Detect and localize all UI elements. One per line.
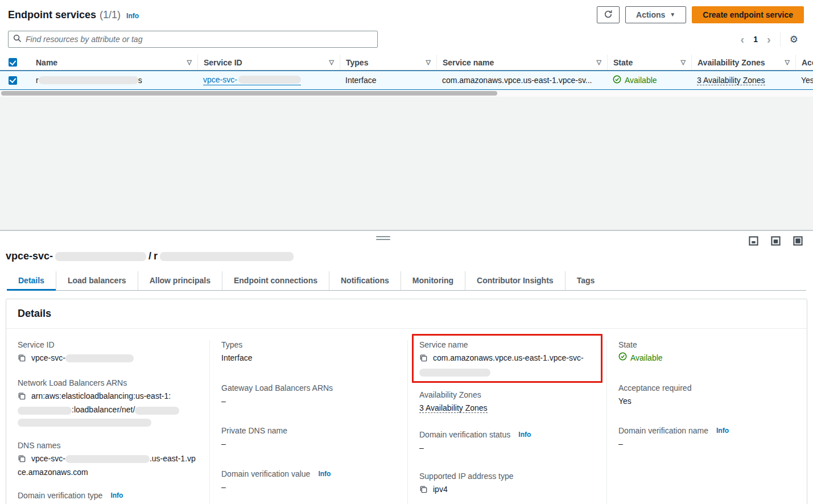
filter-icon[interactable]: ▽ [785,59,790,66]
redacted-text [65,455,150,463]
tab-contributor-insights[interactable]: Contributor Insights [465,271,565,290]
state-badge: Available [618,352,663,365]
field-label: Service name [419,340,468,349]
field-supported-ip: Supported IP address type ipv4 [419,472,595,498]
redacted-text [238,76,301,84]
create-endpoint-service-button[interactable]: Create endpoint service [692,6,804,23]
column-header-state[interactable]: State [613,58,633,67]
row-name-suffix: s [138,76,142,85]
panel-title-prefix: vpce-svc- [6,250,53,262]
service-name-value-prefix: com.amazonaws.vpce.us-east-1.vpce-svc- [433,353,584,362]
tab-endpoint-connections[interactable]: Endpoint connections [222,271,329,290]
supported-ip-value: ipv4 [433,485,448,494]
column-header-service-name[interactable]: Service name [443,58,494,67]
pagination-prev-icon[interactable]: ‹ [741,34,745,45]
filter-icon[interactable]: ▽ [597,59,601,66]
resource-count: (1/1) [100,9,121,21]
horizontal-scrollbar[interactable] [0,90,813,97]
search-input[interactable] [26,35,373,44]
service-name-highlight-annotation: Service name com.amazonaws.vpce.us-east-… [412,334,602,383]
check-circle-icon [618,352,627,365]
tab-tags[interactable]: Tags [565,271,606,290]
row-service-id-link[interactable]: vpce-svc- [203,75,301,85]
panel-size-small-icon[interactable] [747,234,760,247]
copy-icon[interactable] [18,455,26,467]
row-availability-zones-trigger[interactable]: 3 Availability Zones [697,76,765,85]
filter-icon[interactable]: ▽ [681,59,686,66]
field-nlb-arns: Network Load Balancers ARNs arn:aws:elas… [18,378,198,429]
field-service-name: Service name com.amazonaws.vpce.us-east-… [419,340,595,377]
filter-icon[interactable]: ▽ [329,59,334,66]
column-header-types[interactable]: Types [346,58,368,67]
panel-size-large-icon[interactable] [791,234,804,247]
tab-load-balancers[interactable]: Load balancers [56,271,138,290]
private-dns-name-value: – [221,438,396,451]
pagination-page-number[interactable]: 1 [753,35,758,44]
copy-icon[interactable] [419,485,428,498]
copy-icon[interactable] [18,354,26,366]
row-name-prefix: r [36,76,39,85]
redacted-text [18,407,72,415]
pagination-next-icon[interactable]: › [767,34,771,45]
details-column-2: Types Interface Gateway Load Balancers A… [209,340,407,504]
panel-tabs: Details Load balancers Allow principals … [7,271,806,291]
tab-details[interactable]: Details [7,271,56,290]
field-label: Types [221,340,242,349]
column-header-service-id[interactable]: Service ID [204,58,242,67]
panel-title: vpce-svc- / r [6,250,806,262]
row-state-badge: Available [613,75,657,85]
info-link[interactable]: Info [110,491,123,499]
tab-notifications[interactable]: Notifications [329,271,401,290]
field-types: Types Interface [221,340,396,365]
actions-button[interactable]: Actions ▼ [625,6,686,23]
page-title-group: Endpoint services (1/1) Info [8,9,139,21]
details-column-4: State Available Acceptance required Yes [606,340,807,504]
refresh-icon [604,10,613,20]
glb-arns-value: – [221,395,396,408]
column-header-name[interactable]: Name [36,58,57,67]
info-link[interactable]: Info [318,470,331,478]
actions-button-label: Actions [636,10,665,19]
column-header-acceptance-required[interactable]: Acceptance required [802,58,813,67]
select-all-checkbox[interactable] [9,58,17,67]
table-header-row: Name ▽ Service ID ▽ Types ▽ Service name… [0,55,813,71]
field-private-dns-name: Private DNS name – [221,426,396,451]
row-checkbox[interactable] [9,76,17,85]
row-acceptance-required: Yes [801,76,813,85]
tab-monitoring[interactable]: Monitoring [401,271,465,290]
nlb-arn-part2: :loadbalancer/net/ [72,405,135,414]
field-label: Domain verification type [18,491,102,500]
page-header: Endpoint services (1/1) Info Actions ▼ C… [0,0,813,55]
filter-icon[interactable]: ▽ [426,59,431,66]
row-service-name: com.amazonaws.vpce.us-east-1.vpce-sv... [442,76,592,85]
info-link[interactable]: Info [716,427,729,435]
row-state-label: Available [625,76,657,85]
column-header-availability-zones[interactable]: Availability Zones [698,58,765,67]
panel-title-separator: / [148,250,151,262]
split-panel-drag-handle[interactable] [376,236,390,242]
tab-allow-principals[interactable]: Allow principals [138,271,222,290]
refresh-button[interactable] [597,6,620,23]
title-info-link[interactable]: Info [126,12,139,20]
copy-icon[interactable] [419,354,428,366]
table-settings-gear-icon[interactable]: ⚙ [790,35,798,44]
info-link[interactable]: Info [518,431,531,439]
copy-icon[interactable] [18,392,26,404]
field-label: Availability Zones [419,390,481,399]
horizontal-scrollbar-thumb[interactable] [1,91,497,96]
field-label: Acceptance required [618,383,691,393]
search-box[interactable] [8,31,378,48]
panel-size-medium-icon[interactable] [769,234,782,247]
caret-down-icon: ▼ [670,12,675,18]
row-service-id-prefix: vpce-svc- [203,75,237,85]
field-label: DNS names [18,441,60,450]
domain-verification-value-value: – [221,481,396,494]
field-label: Gateway Load Balancers ARNs [221,383,333,393]
availability-zones-trigger[interactable]: 3 Availability Zones [419,403,488,413]
redacted-text [160,252,294,261]
field-label: Domain verification value [221,469,310,478]
table-row[interactable]: rs vpce-svc- Interface com.amazonaws.vpc… [0,71,813,90]
page-title: Endpoint services [8,9,96,21]
filter-icon[interactable]: ▽ [187,59,192,66]
create-endpoint-service-label: Create endpoint service [703,10,793,19]
